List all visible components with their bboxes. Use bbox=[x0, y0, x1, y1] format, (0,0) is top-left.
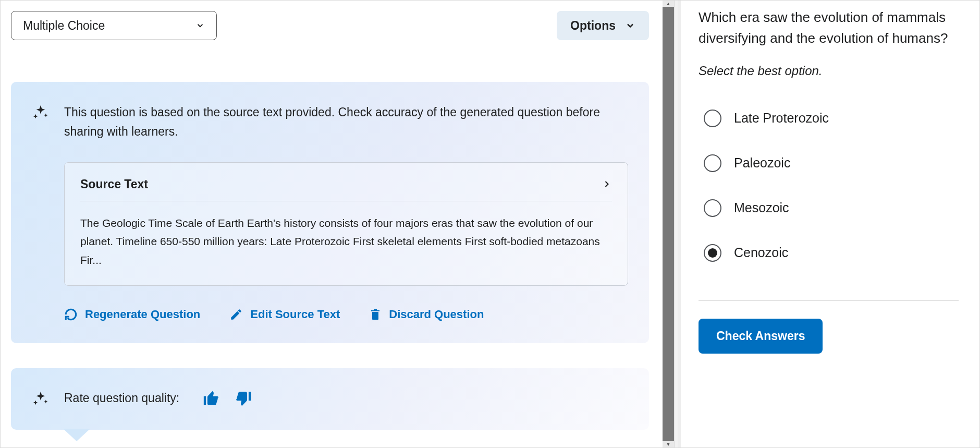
thumbs-up-icon[interactable] bbox=[202, 390, 220, 407]
answer-option-label: Cenozoic bbox=[734, 245, 788, 260]
answer-option[interactable]: Late Proterozoic bbox=[704, 110, 959, 127]
answer-options-list: Late ProterozoicPaleozoicMesozoicCenozoi… bbox=[699, 110, 959, 262]
check-answers-label: Check Answers bbox=[716, 329, 805, 343]
chevron-down-icon bbox=[195, 21, 205, 30]
regenerate-label: Regenerate Question bbox=[85, 308, 200, 321]
question-type-label: Multiple Choice bbox=[23, 19, 105, 33]
sparkle-icon bbox=[32, 104, 50, 122]
radio-icon[interactable] bbox=[704, 199, 721, 217]
ai-actions-row: Regenerate Question Edit Source Text Dis… bbox=[64, 308, 628, 321]
rate-quality-label: Rate question quality: bbox=[64, 391, 179, 405]
radio-icon[interactable] bbox=[704, 110, 721, 127]
answer-option[interactable]: Mesozoic bbox=[704, 199, 959, 217]
sparkle-icon bbox=[32, 390, 50, 408]
answer-option-label: Mesozoic bbox=[734, 200, 789, 215]
check-answers-button[interactable]: Check Answers bbox=[699, 319, 823, 354]
regenerate-question-button[interactable]: Regenerate Question bbox=[64, 308, 200, 321]
answer-option-label: Paleozoic bbox=[734, 155, 790, 171]
question-instruction: Select the best option. bbox=[699, 64, 959, 78]
scroll-thumb[interactable] bbox=[663, 7, 674, 441]
radio-icon[interactable] bbox=[704, 244, 721, 262]
ai-source-card: This question is based on the source tex… bbox=[11, 82, 649, 343]
panel-divider bbox=[699, 300, 959, 301]
discard-label: Discard Question bbox=[389, 308, 484, 321]
edit-source-text-button[interactable]: Edit Source Text bbox=[229, 308, 340, 321]
ai-info-message: This question is based on the source tex… bbox=[64, 103, 617, 141]
answer-option[interactable]: Paleozoic bbox=[704, 154, 959, 172]
rate-quality-card: Rate question quality: bbox=[11, 368, 649, 430]
source-text-title: Source Text bbox=[80, 177, 148, 191]
edit-source-label: Edit Source Text bbox=[250, 308, 340, 321]
discard-question-button[interactable]: Discard Question bbox=[369, 308, 484, 321]
editor-top-row: Multiple Choice Options bbox=[11, 11, 649, 40]
question-type-select[interactable]: Multiple Choice bbox=[11, 11, 217, 40]
scrollbar[interactable]: ▲ ▼ bbox=[663, 1, 674, 447]
preview-panel: Which era saw the evolution of mammals d… bbox=[675, 1, 979, 447]
options-button[interactable]: Options bbox=[557, 11, 649, 40]
answer-option[interactable]: Cenozoic bbox=[704, 244, 959, 262]
scroll-down-arrow[interactable]: ▼ bbox=[663, 441, 674, 447]
answer-option-label: Late Proterozoic bbox=[734, 111, 829, 126]
rate-card-pointer bbox=[63, 429, 90, 441]
chevron-down-icon bbox=[625, 20, 635, 31]
question-text: Which era saw the evolution of mammals d… bbox=[699, 7, 959, 49]
radio-icon[interactable] bbox=[704, 154, 721, 172]
thumbs-down-icon[interactable] bbox=[235, 390, 252, 407]
scroll-up-arrow[interactable]: ▲ bbox=[663, 1, 674, 7]
app-root: ▲ ▼ Multiple Choice Options bbox=[0, 0, 980, 448]
expand-source-icon[interactable] bbox=[602, 178, 612, 190]
editor-panel: ▲ ▼ Multiple Choice Options bbox=[1, 1, 675, 447]
options-button-label: Options bbox=[570, 19, 616, 33]
source-text-body: The Geologic Time Scale of Earth Earth's… bbox=[80, 201, 612, 270]
source-text-box: Source Text The Geologic Time Scale of E… bbox=[64, 162, 628, 286]
